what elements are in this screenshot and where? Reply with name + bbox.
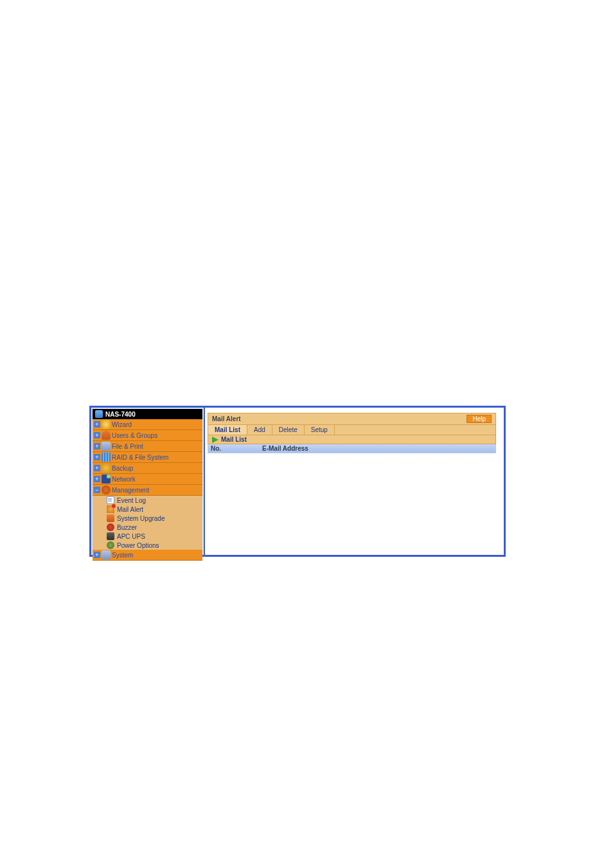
collapse-icon: −: [94, 487, 100, 493]
expand-icon: +: [94, 476, 100, 482]
nav-users-groups[interactable]: + Users & Groups: [93, 430, 202, 441]
backup-icon: [102, 464, 111, 473]
sub-event-log[interactable]: Event Log: [93, 496, 202, 505]
nav-file-print[interactable]: + File & Print: [93, 441, 202, 452]
sidebar-title-bar: NAS-7400: [93, 409, 202, 419]
sub-label: System Upgrade: [117, 515, 164, 522]
nav-label: Backup: [112, 465, 133, 472]
sub-system-upgrade[interactable]: System Upgrade: [93, 514, 202, 523]
sub-label: Mail Alert: [117, 506, 143, 513]
nav-label: Wizard: [112, 421, 132, 428]
users-icon: [102, 431, 111, 440]
tab-add[interactable]: Add: [247, 425, 272, 435]
nav-wizard[interactable]: + Wizard: [93, 419, 202, 430]
raid-icon: [102, 453, 111, 462]
sub-label: Power Options: [117, 542, 159, 549]
management-subitems: Event Log Mail Alert System Upgrade Buzz…: [93, 496, 202, 550]
panel-title: Mail Alert: [212, 415, 241, 422]
col-header-email: E-Mail Address: [249, 445, 493, 452]
management-icon: [102, 485, 111, 494]
nav-label: RAID & File System: [112, 454, 168, 461]
sub-mail-alert[interactable]: Mail Alert: [93, 505, 202, 514]
tab-setup[interactable]: Setup: [305, 425, 335, 435]
expand-icon: +: [94, 432, 100, 439]
nav-backup[interactable]: + Backup: [93, 463, 202, 474]
nav-label: System: [112, 552, 133, 559]
nav-label: Network: [112, 476, 136, 483]
tab-delete[interactable]: Delete: [272, 425, 305, 435]
system-upgrade-icon: [107, 514, 114, 522]
panel-header: Mail Alert Help: [208, 413, 496, 425]
nav-raid-filesystem[interactable]: + RAID & File System: [93, 452, 202, 463]
buzzer-icon: [107, 523, 114, 531]
expand-icon: +: [94, 552, 100, 558]
system-icon: [102, 550, 111, 559]
nav-label: Management: [112, 487, 149, 494]
expand-icon: +: [94, 443, 100, 449]
network-icon: [102, 475, 111, 484]
expand-icon: +: [94, 465, 100, 471]
expand-icon: +: [94, 421, 100, 428]
nav-label: Users & Groups: [112, 432, 157, 439]
sub-label: Event Log: [117, 497, 146, 504]
section-title: Mail List: [221, 436, 247, 443]
main-panel: Mail Alert Help Mail List Add Delete Set…: [204, 408, 504, 555]
nav-label: File & Print: [112, 443, 143, 450]
sidebar-title: NAS-7400: [105, 411, 136, 418]
sub-buzzer[interactable]: Buzzer: [93, 523, 202, 532]
event-log-icon: [107, 496, 114, 504]
sub-apc-ups[interactable]: APC UPS: [93, 532, 202, 541]
col-header-no: No.: [211, 445, 249, 452]
sidebar: NAS-7400 + Wizard + Users & Groups + Fil…: [91, 408, 204, 555]
print-icon: [102, 442, 111, 451]
help-button[interactable]: Help: [466, 415, 492, 423]
table-header: No. E-Mail Address: [208, 444, 496, 453]
arrow-icon: [212, 437, 218, 443]
tab-mail-list[interactable]: Mail List: [208, 425, 247, 435]
sub-label: APC UPS: [117, 533, 145, 540]
section-header: Mail List: [208, 435, 496, 444]
app-window: NAS-7400 + Wizard + Users & Groups + Fil…: [89, 406, 506, 557]
sub-label: Buzzer: [117, 524, 137, 531]
nav-system[interactable]: + System: [93, 550, 202, 561]
nav-management[interactable]: − Management: [93, 485, 202, 496]
sub-power-options[interactable]: Power Options: [93, 541, 202, 550]
mail-alert-icon: [107, 505, 114, 513]
nav-network[interactable]: + Network: [93, 474, 202, 485]
expand-icon: +: [94, 454, 100, 460]
tab-bar: Mail List Add Delete Setup: [208, 425, 496, 435]
ups-icon: [107, 532, 114, 540]
device-icon: [95, 410, 103, 418]
power-icon: [107, 541, 114, 549]
wizard-icon: [102, 420, 111, 429]
